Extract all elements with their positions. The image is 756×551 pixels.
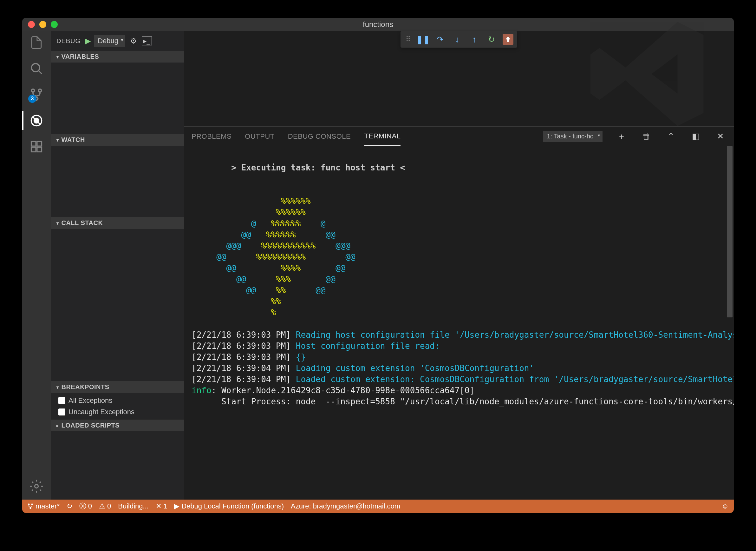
- svg-point-15: [30, 508, 31, 509]
- debug-sidebar: DEBUG ▶ Debug ⚙ ▸_ VARIABLES WATCH CALL …: [51, 31, 184, 500]
- ascii-art: %%%%%%: [192, 207, 306, 217]
- stop-button[interactable]: [503, 34, 513, 45]
- breakpoint-all-exceptions[interactable]: All Exceptions: [51, 395, 184, 406]
- variables-body: [51, 62, 184, 134]
- drag-handle-icon[interactable]: ⠿: [402, 35, 414, 43]
- log-msg: Reading host configuration file '/Users/…: [291, 330, 734, 340]
- checkbox-icon[interactable]: [58, 397, 65, 404]
- svg-point-3: [38, 89, 41, 92]
- window-title: functions: [363, 20, 393, 29]
- step-out-button[interactable]: ↑: [466, 33, 482, 46]
- debug-header: DEBUG ▶ Debug ⚙ ▸_: [51, 31, 184, 51]
- minimize-window-button[interactable]: [39, 21, 46, 28]
- terminal-output[interactable]: > Executing task: func host start < %%%%…: [184, 146, 734, 500]
- tab-debug-console[interactable]: DEBUG CONSOLE: [288, 128, 351, 145]
- log-msg: Start Process: node --inspect=5858 "/usr…: [192, 397, 734, 406]
- svg-point-12: [35, 485, 38, 488]
- step-over-button[interactable]: ↷: [432, 33, 448, 46]
- restart-button[interactable]: ↻: [484, 33, 499, 46]
- extensions-icon[interactable]: [29, 140, 43, 154]
- checkbox-icon[interactable]: [58, 409, 65, 416]
- tab-terminal[interactable]: TERMINAL: [364, 127, 401, 146]
- terminal-select[interactable]: 1: Task - func-ho: [543, 131, 603, 142]
- log-msg: Loading custom extension 'CosmosDBConfig…: [291, 364, 534, 373]
- ascii-art: %%%%%%: [192, 196, 311, 206]
- status-port[interactable]: ✕ 1: [156, 502, 167, 510]
- svg-point-13: [28, 503, 30, 505]
- section-breakpoints[interactable]: BREAKPOINTS: [51, 381, 184, 393]
- log-msg: Host configuration file read:: [291, 341, 440, 351]
- status-debug-target[interactable]: ▶ Debug Local Function (functions): [174, 502, 284, 510]
- log-ts: [2/21/18 6:39:03 PM]: [192, 352, 291, 362]
- pause-button[interactable]: ❚❚: [415, 33, 431, 46]
- editor-area: ⠿ ❚❚ ↷ ↓ ↑ ↻ PROBLEMS OUTPUT DEBUG CONSO…: [184, 31, 734, 500]
- search-icon[interactable]: [29, 62, 43, 75]
- log-ts: [2/21/18 6:39:04 PM]: [192, 375, 291, 384]
- log-ts: [2/21/18 6:39:03 PM]: [192, 341, 291, 351]
- log-msg: {}: [291, 352, 306, 362]
- status-bar: master* ↻ ⓧ 0 ⚠ 0 Building... ✕ 1 ▶ Debu…: [22, 500, 734, 513]
- vscode-watermark-icon: [556, 18, 734, 139]
- breakpoint-uncaught-exceptions[interactable]: Uncaught Exceptions: [51, 406, 184, 418]
- section-loaded-scripts[interactable]: LOADED SCRIPTS: [51, 420, 184, 431]
- status-errors[interactable]: ⓧ 0: [79, 502, 92, 511]
- step-into-button[interactable]: ↓: [449, 33, 465, 46]
- ascii-art: %: [192, 308, 276, 317]
- section-watch[interactable]: WATCH: [51, 134, 184, 146]
- svg-rect-8: [31, 141, 36, 146]
- svg-point-2: [31, 89, 34, 92]
- terminal-scrollbar[interactable]: [727, 146, 733, 318]
- debug-config-select[interactable]: Debug: [94, 35, 125, 47]
- status-building[interactable]: Building...: [118, 502, 149, 510]
- log-ts: [2/21/18 6:39:04 PM]: [192, 364, 291, 373]
- terminal-exec-line: > Executing task: func host start <: [231, 163, 405, 172]
- log-info: info: [192, 386, 212, 395]
- breakpoints-body: All Exceptions Uncaught Exceptions: [51, 393, 184, 420]
- log-msg: Loaded custom extension: CosmosDBConfigu…: [291, 375, 734, 384]
- traffic-lights: [22, 21, 58, 28]
- maximize-window-button[interactable]: [51, 21, 58, 28]
- scm-badge: 3: [28, 95, 36, 103]
- ascii-art: %%: [192, 297, 281, 306]
- breakpoint-label: Uncaught Exceptions: [68, 408, 134, 416]
- debug-toolbar: ⠿ ❚❚ ↷ ↓ ↑ ↻: [401, 31, 517, 48]
- svg-point-14: [31, 503, 33, 505]
- svg-point-0: [31, 63, 40, 72]
- log-ts: [2/21/18 6:39:03 PM]: [192, 330, 291, 340]
- status-warnings[interactable]: ⚠ 0: [99, 502, 111, 510]
- tab-output[interactable]: OUTPUT: [245, 128, 274, 145]
- watch-body: [51, 146, 184, 217]
- explorer-icon[interactable]: [29, 36, 43, 49]
- section-variables[interactable]: VARIABLES: [51, 51, 184, 62]
- log-msg: : Worker.Node.216429c8-c35d-4780-998e-00…: [212, 386, 475, 395]
- tab-problems[interactable]: PROBLEMS: [192, 128, 231, 145]
- close-window-button[interactable]: [28, 21, 35, 28]
- debug-title: DEBUG: [56, 37, 81, 45]
- svg-rect-9: [37, 141, 42, 146]
- breakpoint-label: All Exceptions: [68, 397, 112, 405]
- vscode-window: functions 3: [22, 18, 734, 513]
- gear-icon[interactable]: ⚙: [128, 36, 139, 45]
- callstack-body: [51, 229, 184, 381]
- debug-console-toggle-icon[interactable]: ▸_: [142, 36, 152, 45]
- activity-bar: 3: [22, 31, 51, 500]
- status-azure[interactable]: Azure: bradymgaster@hotmail.com: [291, 502, 400, 510]
- body: 3 DEBUG ▶ Debug ⚙ ▸_ VARIABLES WATC: [22, 31, 734, 500]
- svg-rect-10: [31, 147, 36, 152]
- status-branch[interactable]: master*: [27, 502, 60, 510]
- section-callstack[interactable]: CALL STACK: [51, 217, 184, 229]
- svg-line-1: [39, 71, 42, 74]
- svg-point-7: [34, 118, 39, 123]
- status-sync-icon[interactable]: ↻: [67, 502, 72, 510]
- status-feedback-icon[interactable]: ☺: [722, 502, 729, 510]
- settings-gear-icon[interactable]: [29, 479, 43, 493]
- start-debug-button[interactable]: ▶: [85, 36, 91, 45]
- debug-icon[interactable]: [29, 114, 43, 128]
- svg-rect-11: [37, 147, 42, 152]
- source-control-icon[interactable]: 3: [29, 88, 43, 102]
